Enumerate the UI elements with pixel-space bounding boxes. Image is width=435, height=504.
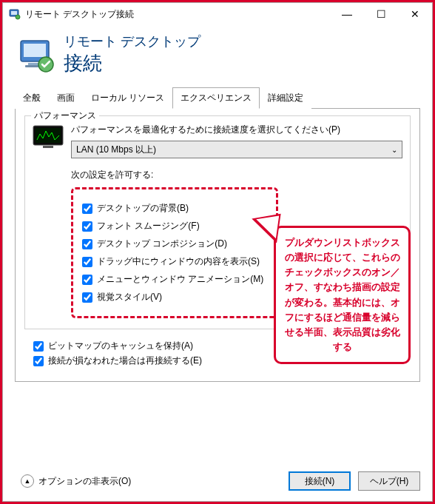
rdp-small-icon (9, 8, 21, 20)
hide-options-button[interactable]: ▲ オプションの非表示(O) (15, 471, 137, 491)
cb-visual-styles-input[interactable] (82, 292, 92, 303)
chevron-down-icon: ⌄ (391, 146, 397, 154)
callout-text: プルダウンリストボックスの選択に応じて、これらのチェックボックスのオン／オフ、す… (282, 235, 402, 355)
svg-rect-4 (24, 44, 46, 57)
cb-label: デスクトップの背景(B) (97, 202, 189, 215)
perf-body: パフォーマンスを最適化するために接続速度を選択してください(P) LAN (10… (71, 124, 402, 158)
titlebar-buttons: — ☐ ✕ (330, 3, 432, 25)
header-line2: 接続 (64, 50, 200, 76)
cb-font-smoothing[interactable]: フォント スムージング(F) (82, 220, 267, 232)
cb-label: フォント スムージング(F) (97, 220, 200, 232)
titlebar: リモート デスクトップ接続 — ☐ ✕ (3, 3, 432, 25)
dropdown-value: LAN (10 Mbps 以上) (76, 144, 156, 156)
tab-general[interactable]: 全般 (15, 87, 49, 109)
connect-button[interactable]: 接続(N) (289, 471, 351, 491)
rdp-large-icon (18, 36, 55, 73)
footer: ▲ オプションの非表示(O) 接続(N) ヘルプ(H) (3, 464, 432, 501)
help-button[interactable]: ヘルプ(H) (358, 471, 420, 491)
cb-menu-animation-input[interactable] (82, 275, 92, 285)
cb-desktop-composition-input[interactable] (82, 239, 92, 249)
performance-group-title: パフォーマンス (31, 110, 99, 122)
cb-visual-styles[interactable]: 視覚スタイル(V) (82, 291, 267, 303)
svg-rect-1 (11, 11, 17, 15)
perf-label: パフォーマンスを最適化するために接続速度を選択してください(P) (71, 124, 402, 136)
cb-label: ビットマップのキャッシュを保持(A) (48, 340, 193, 352)
cb-label: 視覚スタイル(V) (97, 291, 162, 303)
header: リモート デスクトップ 接続 (3, 25, 432, 87)
minimize-button[interactable]: — (330, 3, 364, 25)
header-text: リモート デスクトップ 接続 (64, 33, 200, 76)
cb-desktop-background-input[interactable] (82, 204, 92, 214)
cb-label: ドラッグ中にウィンドウの内容を表示(S) (97, 255, 260, 268)
cb-bitmap-cache-input[interactable] (33, 341, 44, 352)
svg-point-2 (16, 15, 20, 19)
cb-label: 接続が損なわれた場合は再接続する(E) (48, 355, 202, 367)
header-line1: リモート デスクトップ (64, 33, 200, 50)
cb-reconnect-input[interactable] (33, 356, 44, 366)
cb-desktop-background[interactable]: デスクトップの背景(B) (82, 202, 267, 215)
monitor-icon (33, 125, 64, 149)
allow-label: 次の設定を許可する: (71, 169, 402, 181)
titlebar-text: リモート デスクトップ接続 (25, 8, 330, 21)
perf-row: パフォーマンスを最適化するために接続速度を選択してください(P) LAN (10… (33, 124, 402, 158)
chevron-up-icon: ▲ (21, 474, 34, 488)
cb-font-smoothing-input[interactable] (82, 221, 92, 232)
cb-desktop-composition[interactable]: デスクトップ コンポジション(D) (82, 238, 267, 250)
callout-arrow (249, 210, 280, 243)
annotation-callout: プルダウンリストボックスの選択に応じて、これらのチェックボックスのオン／オフ、す… (274, 226, 411, 364)
cb-show-window-contents[interactable]: ドラッグ中にウィンドウの内容を表示(S) (82, 255, 267, 268)
maximize-button[interactable]: ☐ (364, 3, 398, 25)
svg-rect-10 (43, 146, 53, 148)
close-button[interactable]: ✕ (398, 3, 432, 25)
tabs: 全般 画面 ローカル リソース エクスペリエンス 詳細設定 (15, 87, 420, 109)
tab-experience[interactable]: エクスペリエンス (172, 87, 260, 109)
rdp-window: リモート デスクトップ接続 — ☐ ✕ リモート デスクトップ 接続 全般 画面… (2, 2, 433, 502)
cb-label: デスクトップ コンポジション(D) (97, 238, 227, 250)
tab-local-resources[interactable]: ローカル リソース (83, 87, 172, 109)
tab-advanced[interactable]: 詳細設定 (260, 87, 311, 109)
options-label: オプションの非表示(O) (38, 475, 131, 488)
checkbox-list-highlight: デスクトップの背景(B) フォント スムージング(F) デスクトップ コンポジシ… (71, 187, 278, 318)
tab-display[interactable]: 画面 (49, 87, 83, 109)
cb-show-window-contents-input[interactable] (82, 257, 92, 267)
cb-label: メニューとウィンドウ アニメーション(M) (97, 273, 263, 286)
connection-speed-dropdown[interactable]: LAN (10 Mbps 以上) ⌄ (71, 141, 402, 158)
cb-menu-animation[interactable]: メニューとウィンドウ アニメーション(M) (82, 273, 267, 286)
